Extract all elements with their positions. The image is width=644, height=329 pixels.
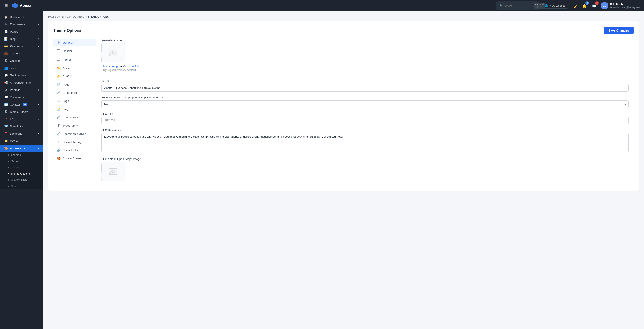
sidebar-subitem-themes[interactable]: Themes: [0, 152, 43, 158]
messages-button[interactable]: ✉️ 8: [591, 2, 598, 9]
globe-icon: 🌐: [544, 4, 548, 7]
add-from-url-link[interactable]: Add from URL: [123, 64, 141, 68]
notifications-button[interactable]: 🔔 0: [581, 2, 588, 9]
sidebar-item-announcements[interactable]: 📢 Announcements: [0, 79, 43, 86]
logo-icon: 🏷: [57, 99, 60, 102]
section-nav-social-sharing[interactable]: ↗ Social Sharing: [53, 138, 96, 146]
header-icon: [57, 49, 60, 53]
choose-image-link[interactable]: Choose image: [101, 64, 119, 68]
chevron-up-icon: ▴: [38, 147, 39, 150]
breadcrumb: DASHBOARD / APPEARANCE / THEME OPTIONS: [48, 15, 639, 18]
section-nav-footer[interactable]: Footer: [53, 55, 96, 64]
show-site-name-group: Show site name after page title, separat…: [101, 96, 628, 108]
hamburger-icon[interactable]: ☰: [4, 3, 8, 8]
sidebar-subitem-widgets[interactable]: Widgets: [0, 164, 43, 171]
section-nav-social-links[interactable]: 🔗 Social Links: [53, 146, 96, 154]
dark-mode-toggle[interactable]: 🌙: [571, 2, 578, 9]
search-input[interactable]: [504, 4, 532, 7]
pages-icon: 📄: [4, 30, 8, 33]
avatar: ED: [601, 2, 608, 9]
section-nav: ⚙ General Header Footer: [53, 39, 96, 186]
seo-og-image-group: SEO default Open Graph image: [101, 157, 628, 181]
seo-title-label: SEO Title: [101, 112, 628, 115]
dot-icon: [8, 154, 9, 156]
appearance-submenu: Themes Menus Widgets Theme Options Custo…: [0, 152, 43, 189]
sidebar-item-payments[interactable]: 💳 Payments ▾: [0, 42, 43, 50]
svg-rect-10: [109, 169, 117, 175]
search-icon: 🔍: [499, 4, 503, 7]
preloader-image-group: Preloader image Choose image or Add from…: [101, 39, 628, 72]
seo-og-image-label: SEO default Open Graph image: [101, 157, 628, 161]
section-nav-logo[interactable]: 🏷 Logo: [53, 97, 96, 105]
add-from-url-text: or: [120, 64, 123, 68]
divider: [101, 76, 628, 76]
image-placeholder-icon: [109, 49, 118, 57]
search-box[interactable]: 🔍 ctrl/cmd + k: [496, 1, 539, 10]
section-nav-general[interactable]: ⚙ General: [53, 39, 96, 46]
ecommerce-urls-icon: 🔗: [57, 132, 60, 136]
sidebar-item-careers[interactable]: 💼 Careers: [0, 50, 43, 57]
messages-badge: 8: [595, 1, 599, 5]
site-title-input[interactable]: [101, 84, 628, 92]
content-area: DASHBOARD / APPEARANCE / THEME OPTIONS T…: [43, 11, 644, 329]
careers-icon: 💼: [4, 52, 8, 55]
breadcrumb-dashboard[interactable]: DASHBOARD: [48, 15, 64, 18]
cookie-consent-icon: 🍪: [57, 157, 60, 160]
save-changes-button[interactable]: Save Changes: [604, 26, 634, 34]
svg-rect-8: [109, 50, 117, 56]
sidebar-item-contact[interactable]: ✉️ Contact 8 ▾: [0, 101, 43, 108]
section-nav-typography[interactable]: T Typography: [53, 121, 96, 130]
sidebar-subitem-theme-options[interactable]: Theme Options: [0, 171, 43, 177]
breadcrumb-sep: /: [65, 15, 66, 18]
sidebar-item-media[interactable]: 📁 Media: [0, 137, 43, 145]
sidebar-item-blog[interactable]: 📝 Blog ▾: [0, 35, 43, 42]
section-nav-blog[interactable]: 📝 Blog: [53, 105, 96, 113]
chevron-down-icon: ▾: [38, 103, 39, 106]
section-nav-portfolio[interactable]: 📁 Portfolio: [53, 72, 96, 80]
section-nav-page[interactable]: 📄 Page: [53, 81, 96, 88]
svg-text:ED: ED: [602, 4, 606, 7]
sidebar-item-galleries[interactable]: 🖼 Galleries: [0, 57, 43, 64]
section-nav-ecommerce[interactable]: 🛒 Ecommerce: [53, 113, 96, 121]
section-nav-ecommerce-urls[interactable]: 🔗 Ecommerce URLs: [53, 130, 96, 138]
sidebar-item-locations[interactable]: 📍 Locations ▾: [0, 130, 43, 137]
section-nav-cookie-consent[interactable]: 🍪 Cookie Consent: [53, 154, 96, 162]
sidebar-item-newsletters[interactable]: 📨 Newsletters: [0, 123, 43, 130]
seo-description-textarea[interactable]: Elevate your business consulting with Ap…: [101, 133, 628, 152]
dot-icon: [8, 167, 9, 168]
sidebar-item-pages[interactable]: 📄 Pages: [0, 28, 43, 35]
show-site-name-select[interactable]: No Yes: [101, 100, 628, 108]
topnav-actions: 🌐 View website 🌙 🔔 0 ✉️ 8 ED Eric Dach a…: [542, 2, 640, 9]
sidebar-item-appearance[interactable]: 🎨 Appearance ▴: [0, 145, 43, 152]
sidebar-item-teams[interactable]: 👥 Teams: [0, 64, 43, 72]
sidebar-item-portfolio[interactable]: 🗂 Portfolio ▾: [0, 86, 43, 93]
section-nav-breadcrumb[interactable]: 🔗 Breadcrumb: [53, 89, 96, 96]
chevron-down-icon: ▾: [38, 37, 39, 40]
sidebar-item-dashboard[interactable]: 🏠 Dashboard: [0, 13, 43, 20]
preloader-image-box[interactable]: [101, 43, 125, 62]
image-hint: Only support preloader default.: [101, 69, 628, 72]
sidebar-subitem-menus[interactable]: Menus: [0, 158, 43, 164]
portfolio-icon: 📁: [57, 75, 60, 78]
sidebar-item-simple-sliders[interactable]: 🖼 Simple Sliders: [0, 108, 43, 115]
seo-og-image-box[interactable]: [101, 162, 125, 181]
main-layout: 🏠 Dashboard 🛍 Ecommerce ▾ 📄 Pages 📝 Blog…: [0, 11, 644, 329]
view-website-button[interactable]: 🌐 View website: [542, 3, 568, 8]
general-icon: ⚙: [57, 41, 60, 44]
sidebar-subitem-custom-css[interactable]: Custom CSS: [0, 177, 43, 183]
sidebar-item-testimonials[interactable]: 💬 Testimonials: [0, 72, 43, 79]
page-icon: 📄: [57, 83, 60, 86]
breadcrumb-icon: 🔗: [57, 91, 60, 94]
user-menu[interactable]: ED Eric Dach arnold.oconnell@harvey.info: [601, 2, 640, 9]
sidebar-item-faqs[interactable]: ❓ FAQs ▾: [0, 115, 43, 123]
sidebar-item-ecommerce[interactable]: 🛍 Ecommerce ▾: [0, 20, 43, 28]
simple-sliders-icon: 🖼: [4, 110, 8, 113]
sidebar-item-comments[interactable]: 💭 Comments: [0, 93, 43, 101]
section-nav-header[interactable]: Header: [53, 47, 96, 55]
app-logo[interactable]: A Apexa: [12, 2, 31, 8]
dot-icon: [8, 179, 9, 181]
sidebar-subitem-custom-js[interactable]: Custom JS: [0, 183, 43, 189]
breadcrumb-appearance[interactable]: APPEARANCE: [68, 15, 84, 18]
section-nav-styles[interactable]: ✏️ Styles: [53, 64, 96, 72]
seo-title-input[interactable]: [101, 117, 628, 124]
